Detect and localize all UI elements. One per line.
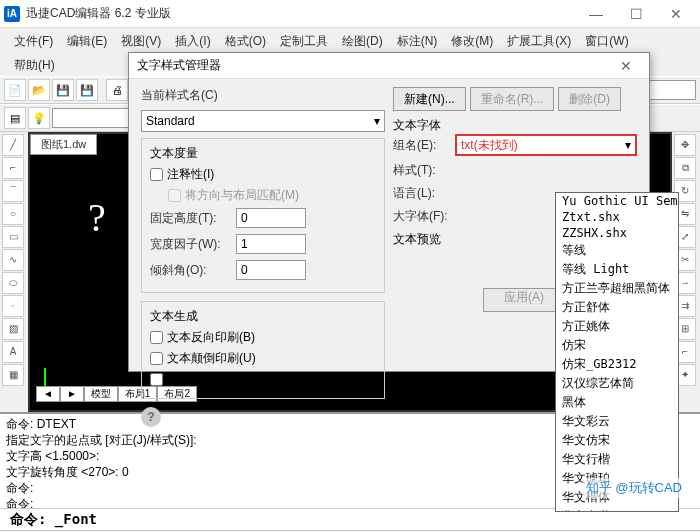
menu-item[interactable]: 文件(F) xyxy=(8,33,59,50)
menu-item[interactable]: 编辑(E) xyxy=(61,33,113,50)
copy2-icon[interactable]: ⧉ xyxy=(674,157,696,179)
fontname-select[interactable]: txt(未找到)▾ xyxy=(455,134,637,156)
delete-button: 删除(D) xyxy=(558,87,621,111)
annotative-checkbox[interactable]: 注释性(I) xyxy=(150,166,376,183)
apply-button: 应用(A) xyxy=(483,288,565,312)
new-style-button[interactable]: 新建(N)... xyxy=(393,87,466,111)
measure-legend: 文本度量 xyxy=(150,145,376,162)
dialog-title: 文字样式管理器 xyxy=(137,57,611,74)
width-input[interactable] xyxy=(236,234,306,254)
menu-item[interactable]: 格式(O) xyxy=(219,33,272,50)
hatch-icon[interactable]: ▨ xyxy=(2,318,24,340)
move-icon[interactable]: ✥ xyxy=(674,134,696,156)
generation-legend: 文本生成 xyxy=(150,308,376,325)
width-label: 宽度因子(W): xyxy=(150,236,230,253)
font-option[interactable]: 等线 xyxy=(556,241,678,260)
circle-icon[interactable]: ○ xyxy=(2,203,24,225)
layout-tab[interactable]: ◄ xyxy=(36,386,60,402)
upside-checkbox[interactable]: 文本颠倒印刷(U) xyxy=(150,350,376,367)
line-icon[interactable]: ╱ xyxy=(2,134,24,156)
menu-item[interactable]: 窗口(W) xyxy=(579,33,634,50)
new-icon[interactable]: 📄 xyxy=(4,79,26,101)
print-icon[interactable]: 🖨 xyxy=(106,79,128,101)
font-dropdown[interactable]: Yu Gothic UI SemilightZtxt.shxZZSHX.shx等… xyxy=(555,192,679,512)
menu-item[interactable]: 定制工具 xyxy=(274,33,334,50)
arc-icon[interactable]: ⌒ xyxy=(2,180,24,202)
chevron-down-icon: ▾ xyxy=(625,138,631,152)
close-button[interactable]: ✕ xyxy=(656,0,696,28)
menu-item[interactable]: 标注(N) xyxy=(391,33,444,50)
bigfont-label: 大字体(F): xyxy=(393,208,449,225)
style-name-label: 当前样式名(C) xyxy=(141,87,221,104)
text-tool-icon[interactable]: A xyxy=(2,341,24,363)
layout-tab[interactable]: ► xyxy=(60,386,84,402)
titlebar: iA 迅捷CAD编辑器 6.2 专业版 — ☐ ✕ xyxy=(0,0,700,28)
height-label: 固定高度(T): xyxy=(150,210,230,227)
menu-item[interactable]: 插入(I) xyxy=(169,33,216,50)
menu-item[interactable]: 视图(V) xyxy=(115,33,167,50)
canvas-char-left: ? xyxy=(88,194,106,241)
minimize-button[interactable]: — xyxy=(576,0,616,28)
app-icon: iA xyxy=(4,6,20,22)
font-option[interactable]: 方正舒体 xyxy=(556,298,678,317)
chevron-down-icon: ▾ xyxy=(374,114,380,128)
font-option[interactable]: 华文隶书 xyxy=(556,507,678,512)
font-option[interactable]: 仿宋_GB2312 xyxy=(556,355,678,374)
ellipse-icon[interactable]: ⬭ xyxy=(2,272,24,294)
font-option[interactable]: 等线 Light xyxy=(556,260,678,279)
font-option[interactable]: 仿宋 xyxy=(556,336,678,355)
menu-item[interactable]: 扩展工具(X) xyxy=(501,33,577,50)
help-icon[interactable]: ? xyxy=(141,407,161,427)
font-legend: 文本字体 xyxy=(393,117,637,134)
font-option[interactable]: 方正兰亭超细黑简体 xyxy=(556,279,678,298)
font-option[interactable]: 华文仿宋 xyxy=(556,431,678,450)
font-option[interactable]: 华文彩云 xyxy=(556,412,678,431)
angle-input[interactable] xyxy=(236,260,306,280)
height-input[interactable] xyxy=(236,208,306,228)
vertical-checkbox[interactable]: 文本垂直印刷(V) xyxy=(150,371,376,388)
dialog-titlebar: 文字样式管理器 ✕ xyxy=(129,53,649,79)
font-option[interactable]: 汉仪综艺体简 xyxy=(556,374,678,393)
style-name-select[interactable]: Standard▾ xyxy=(141,110,385,132)
open-icon[interactable]: 📂 xyxy=(28,79,50,101)
angle-label: 倾斜角(O): xyxy=(150,262,230,279)
watermark: 知乎 @玩转CAD xyxy=(582,478,686,498)
layer-manager-icon[interactable]: ▤ xyxy=(4,107,26,129)
menu-help[interactable]: 帮助(H) xyxy=(8,57,61,74)
rect-icon[interactable]: ▭ xyxy=(2,226,24,248)
maximize-button[interactable]: ☐ xyxy=(616,0,656,28)
app-title: 迅捷CAD编辑器 6.2 专业版 xyxy=(26,5,576,22)
font-option[interactable]: 黑体 xyxy=(556,393,678,412)
document-tab[interactable]: 图纸1.dw xyxy=(30,134,97,155)
font-option[interactable]: 方正姚体 xyxy=(556,317,678,336)
fontstyle-label: 样式(T): xyxy=(393,162,449,179)
spline-icon[interactable]: ∿ xyxy=(2,249,24,271)
generation-fieldset: 文本生成 文本反向印刷(B) 文本颠倒印刷(U) 文本垂直印刷(V) xyxy=(141,301,385,399)
measure-fieldset: 文本度量 注释性(I) 将方向与布局匹配(M) 固定高度(T): 宽度因子(W)… xyxy=(141,138,385,293)
font-option[interactable]: Ztxt.shx xyxy=(556,209,678,225)
fontname-label: 组名(E): xyxy=(393,137,449,154)
menu-item[interactable]: 绘图(D) xyxy=(336,33,389,50)
pline-icon[interactable]: ⌐ xyxy=(2,157,24,179)
rename-button: 重命名(R)... xyxy=(470,87,555,111)
table-icon[interactable]: ▦ xyxy=(2,364,24,386)
backwards-checkbox[interactable]: 文本反向印刷(B) xyxy=(150,329,376,346)
bulb-icon[interactable]: 💡 xyxy=(28,107,50,129)
save-icon[interactable]: 💾 xyxy=(52,79,74,101)
menubar: 文件(F)编辑(E)视图(V)插入(I)格式(O)定制工具绘图(D)标注(N)修… xyxy=(0,28,700,54)
menu-item[interactable]: 修改(M) xyxy=(445,33,499,50)
left-toolbar: ╱ ⌐ ⌒ ○ ▭ ∿ ⬭ · ▨ A ▦ xyxy=(0,132,28,412)
layout-tab[interactable]: 模型 xyxy=(84,386,118,402)
match-checkbox: 将方向与布局匹配(M) xyxy=(168,187,376,204)
dialog-close-button[interactable]: ✕ xyxy=(611,58,641,74)
saveall-icon[interactable]: 💾 xyxy=(76,79,98,101)
point-icon[interactable]: · xyxy=(2,295,24,317)
font-option[interactable]: 华文行楷 xyxy=(556,450,678,469)
lang-label: 语言(L): xyxy=(393,185,449,202)
font-option[interactable]: Yu Gothic UI Semilight xyxy=(556,193,678,209)
font-option[interactable]: ZZSHX.shx xyxy=(556,225,678,241)
